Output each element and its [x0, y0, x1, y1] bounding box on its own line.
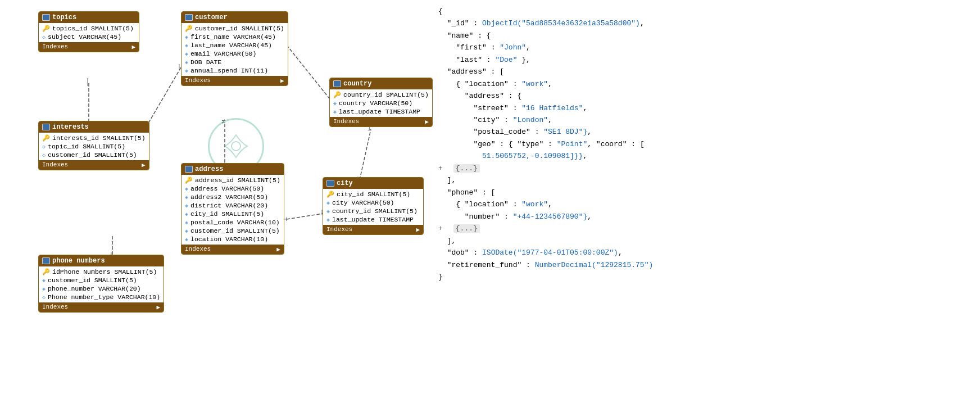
json-line: "first" : "John",	[438, 42, 969, 53]
key-icon: 🔑	[185, 25, 193, 32]
table-name: country	[343, 80, 371, 88]
key-icon: 🔑	[333, 91, 341, 98]
json-line: "address" : [	[438, 66, 969, 78]
circle-icon: ◈	[185, 194, 188, 201]
circle-icon: ◈	[333, 108, 337, 115]
json-line: "address" : {	[438, 90, 969, 102]
table-phone-numbers: phone numbers 🔑idPhone Numbers SMALLINT(…	[38, 255, 164, 313]
circle-icon: ◈	[42, 277, 46, 284]
circle-icon: ◈	[185, 42, 188, 49]
table-icon	[185, 14, 193, 21]
json-line: { "location" : "work",	[438, 78, 969, 90]
circle-icon: ◈	[185, 236, 188, 243]
circle-icon: ◈	[326, 200, 330, 206]
svg-line-12	[287, 214, 323, 219]
json-line-collapsed: + {...}	[438, 223, 969, 235]
svg-point-20	[232, 142, 241, 151]
json-line: { "location" : "work",	[438, 198, 969, 210]
footer-arrow: ▶	[280, 77, 284, 84]
table-country: country 🔑country_id SMALLINT(5) ◈country…	[329, 78, 433, 127]
circle-icon: ◈	[185, 67, 188, 74]
key-icon: 🔑	[42, 25, 50, 32]
footer-indexes: Indexes	[42, 161, 68, 169]
circle-icon: ◈	[185, 186, 188, 192]
json-line-collapsed: + {...}	[438, 162, 969, 175]
footer-indexes: Indexes	[333, 118, 359, 125]
table-name: phone numbers	[52, 257, 105, 265]
key-icon: 🔑	[42, 268, 50, 275]
circle-icon: ◈	[185, 228, 188, 234]
footer-arrow: ▶	[157, 304, 161, 311]
json-line: "dob" : ISODate("1977-04-01T05:00:00Z"),	[438, 247, 969, 259]
table-name: topics	[52, 13, 76, 21]
circle-icon: ◈	[333, 100, 337, 107]
table-name: city	[337, 179, 353, 187]
table-icon	[42, 124, 50, 130]
er-diagram: ⊥ | | ⊣ ≠ ≠ ⊥ ⊣ | | ⊥ | 小牛知识库	[0, 0, 427, 398]
footer-arrow: ▶	[276, 246, 280, 253]
json-line: 51.5065752,-0.109081]}},	[438, 150, 969, 162]
diamond-icon: ◇	[42, 152, 46, 159]
json-panel: { "_id" : ObjectId("5ad88534e3632e1a35a5…	[427, 0, 980, 398]
circle-icon: ◈	[185, 51, 188, 57]
diamond-icon: ◇	[42, 34, 46, 40]
table-topics: topics 🔑topics_id SMALLINT(5) ◇subject V…	[38, 11, 139, 52]
json-line: "last" : "Doe" },	[438, 54, 969, 66]
svg-line-18	[287, 45, 329, 98]
table-name: interests	[52, 123, 89, 131]
footer-arrow: ▶	[425, 118, 429, 125]
circle-icon: ◈	[185, 211, 188, 218]
footer-indexes: Indexes	[185, 246, 211, 253]
table-name: customer	[195, 13, 228, 21]
footer-arrow: ▶	[142, 161, 146, 169]
json-line: "name" : {	[438, 30, 969, 42]
svg-line-15	[360, 129, 371, 180]
circle-icon: ◈	[185, 202, 188, 209]
json-content: { "_id" : ObjectId("5ad88534e3632e1a35a5…	[438, 6, 969, 283]
footer-arrow: ▶	[131, 43, 135, 51]
json-line: "city" : "London",	[438, 114, 969, 126]
json-line: {	[438, 6, 969, 17]
key-icon: 🔑	[185, 177, 193, 184]
table-icon	[333, 80, 341, 87]
json-line: ],	[438, 174, 969, 186]
footer-indexes: Indexes	[326, 226, 352, 233]
circle-icon: ◈	[326, 216, 330, 223]
diamond-icon: ◇	[42, 143, 46, 150]
table-icon	[326, 180, 334, 187]
svg-text:|: |	[85, 78, 90, 87]
footer-arrow: ▶	[416, 226, 420, 233]
key-icon: 🔑	[326, 191, 334, 198]
circle-icon: ◈	[42, 286, 46, 292]
key-icon: 🔑	[42, 134, 50, 142]
table-interests: interests 🔑interests_id SMALLINT(5) ◇top…	[38, 121, 149, 170]
json-line: "geo" : { "type" : "Point", "coord" : [	[438, 138, 969, 150]
json-line: ],	[438, 235, 969, 247]
table-customer: customer 🔑customer_id SMALLINT(5) ◈first…	[181, 11, 288, 86]
footer-indexes: Indexes	[185, 77, 211, 84]
circle-icon: ◈	[326, 208, 330, 215]
table-city: city 🔑city_id SMALLINT(5) ◈city VARCHAR(…	[323, 177, 424, 235]
table-address: address 🔑address_id SMALLINT(5) ◈address…	[181, 163, 284, 255]
footer-indexes: Indexes	[42, 304, 68, 311]
table-icon	[42, 14, 50, 21]
json-line: "_id" : ObjectId("5ad88534e3632e1a35a58d…	[438, 17, 969, 29]
json-line: "postal_code" : "SE1 8DJ"},	[438, 126, 969, 138]
circle-icon: ◈	[185, 59, 188, 66]
circle-icon: ◈	[185, 219, 188, 226]
json-line: "street" : "16 Hatfields",	[438, 102, 969, 114]
footer-indexes: Indexes	[42, 43, 68, 51]
json-line: "number" : "+44-1234567890"},	[438, 211, 969, 223]
json-line: "phone" : [	[438, 187, 969, 198]
diamond-icon: ◇	[42, 294, 46, 301]
json-line: }	[438, 271, 969, 283]
table-name: address	[195, 165, 223, 173]
table-icon	[42, 257, 50, 264]
table-icon	[185, 166, 193, 173]
circle-icon: ◈	[185, 34, 188, 40]
json-line: "retirement_fund" : NumberDecimal("12928…	[438, 259, 969, 271]
